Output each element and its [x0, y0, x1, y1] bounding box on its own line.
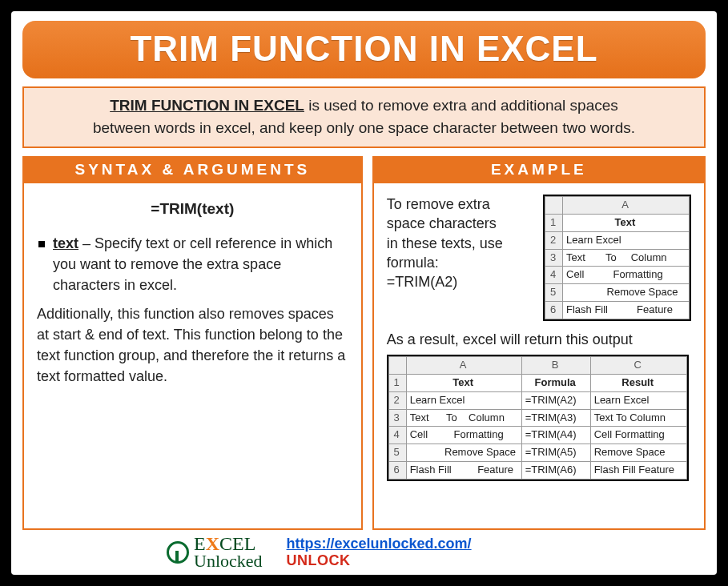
row-header: 6 — [388, 462, 406, 480]
description-lead: TRIM FUNCTION IN EXCEL — [110, 97, 304, 114]
argument-item: text – Specify text or cell reference in… — [37, 233, 348, 295]
example-table-1: A 1 Text 2Learn Excel 3Text To Column 4C… — [545, 196, 690, 319]
table-cell: Cell Formatting — [563, 267, 690, 284]
row-header: 3 — [388, 409, 406, 427]
footer: EXCEL Unlocked https://excelunlocked.com… — [22, 530, 706, 570]
table-cell: =TRIM(A3) — [521, 409, 590, 427]
description-rest-1: is used to remove extra and additional s… — [304, 97, 618, 114]
example-body: To remove extra space characters in thes… — [372, 183, 706, 530]
example-heading: EXAMPLE — [372, 156, 706, 183]
table-corner — [545, 197, 563, 215]
row-header: 4 — [545, 267, 563, 284]
table-cell: =TRIM(A6) — [521, 462, 590, 480]
brand-logo: EXCEL Unlocked — [167, 535, 263, 570]
example-table-1-wrap: A 1 Text 2Learn Excel 3Text To Column 4C… — [543, 195, 691, 321]
row-header: 6 — [545, 302, 563, 319]
columns: SYNTAX & ARGUMENTS =TRIM(text) text – Sp… — [22, 156, 706, 530]
table-cell: Learn Excel — [563, 231, 690, 249]
syntax-body: =TRIM(text) text – Specify text or cell … — [22, 183, 363, 530]
example-table-2-wrap: A B C 1 Text Formula Result 2Learn Excel… — [387, 355, 689, 481]
argument-desc: – Specify text or cell reference in whic… — [53, 235, 332, 293]
description-box: TRIM FUNCTION IN EXCEL is used to remove… — [22, 86, 706, 148]
table-cell: Flash Fill Feature — [590, 462, 686, 480]
col-header: A — [563, 197, 690, 215]
table-cell: =TRIM(A4) — [521, 427, 590, 444]
logo-bottom: Unlocked — [194, 553, 263, 570]
example-intro-row: To remove extra space characters in thes… — [387, 195, 691, 321]
page-title: TRIM FUNCTION IN EXCEL — [22, 21, 706, 78]
footer-links: https://excelunlocked.com/ UNLOCK — [287, 536, 472, 569]
table-cell: Text To Column — [406, 409, 521, 427]
row-header: 1 — [388, 374, 406, 391]
example-panel: EXAMPLE To remove extra space characters… — [372, 156, 706, 530]
row-header: 4 — [388, 427, 406, 444]
table-cell: Cell Formatting — [406, 427, 521, 444]
row-header: 2 — [388, 391, 406, 409]
row-header: 1 — [545, 214, 563, 231]
table-header-cell: Text — [406, 374, 521, 391]
argument-name: text — [53, 235, 78, 251]
table-cell: =TRIM(A5) — [521, 444, 590, 462]
col-header: C — [590, 357, 686, 375]
row-header: 2 — [545, 231, 563, 249]
example-result-line: As a result, excel will return this outp… — [387, 329, 691, 350]
table-cell: Flash Fill Feature — [563, 302, 690, 319]
table-header-cell: Result — [590, 374, 686, 391]
row-header: 5 — [388, 444, 406, 462]
table-cell: Remove Space — [590, 444, 686, 462]
table-cell: Cell Formatting — [590, 427, 686, 444]
bullet-icon — [38, 241, 45, 247]
example-table-2: A B C 1 Text Formula Result 2Learn Excel… — [388, 356, 687, 480]
table-cell: Remove Space — [563, 284, 690, 302]
table-header-cell: Formula — [521, 374, 590, 391]
table-cell: =TRIM(A2) — [521, 391, 590, 409]
unlock-tag: UNLOCK — [287, 552, 351, 568]
row-header: 3 — [545, 249, 563, 267]
argument-text: text – Specify text or cell reference in… — [53, 233, 348, 295]
syntax-heading: SYNTAX & ARGUMENTS — [22, 156, 363, 183]
table-corner — [388, 357, 406, 375]
table-cell: Text To Column — [590, 409, 686, 427]
brand-text: EXCEL Unlocked — [194, 535, 263, 570]
table-cell: Learn Excel — [406, 391, 521, 409]
website-link[interactable]: https://excelunlocked.com/ — [287, 536, 472, 552]
description-rest-2: between words in excel, and keep only on… — [93, 119, 635, 136]
syntax-formula: =TRIM(text) — [37, 198, 348, 220]
table-cell: Text To Column — [563, 249, 690, 267]
document-card: TRIM FUNCTION IN EXCEL TRIM FUNCTION IN … — [11, 11, 717, 575]
table-cell: Learn Excel — [590, 391, 686, 409]
syntax-extra: Additionally, this function also removes… — [37, 303, 348, 387]
col-header: A — [406, 357, 521, 375]
table-cell: Flash Fill Feature — [406, 462, 521, 480]
lock-icon — [167, 541, 189, 564]
row-header: 5 — [545, 284, 563, 302]
table-cell: Remove Space — [406, 444, 521, 462]
example-intro-text: To remove extra space characters in thes… — [387, 195, 507, 321]
syntax-panel: SYNTAX & ARGUMENTS =TRIM(text) text – Sp… — [22, 156, 363, 530]
col-header: B — [521, 357, 590, 375]
table-header-cell: Text — [563, 214, 690, 231]
